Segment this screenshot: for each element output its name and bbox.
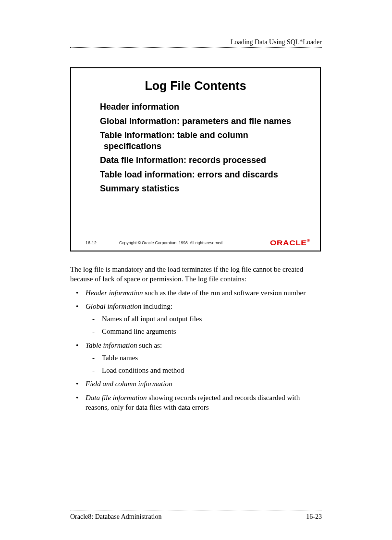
page-header: Loading Data Using SQL*Loader (231, 38, 322, 46)
intro-paragraph: The log file is mandatory and the load t… (70, 264, 321, 284)
list-item-emphasis: Global information (86, 302, 141, 310)
list-item-text: including: (141, 302, 172, 310)
list-item-emphasis: Table information (86, 341, 137, 349)
list-item: Data file information showing records re… (70, 393, 321, 413)
body-text: The log file is mandatory and the load t… (70, 264, 321, 416)
slide-bullet: Header information (100, 101, 306, 113)
oracle-logo: ORACLE® (270, 239, 310, 247)
slide-copyright: Copyright © Oracle Corporation, 1998. Al… (119, 240, 275, 245)
slide-bullet: Global information: parameters and file … (100, 116, 306, 127)
list-item-text: such as the date of the run and software… (143, 289, 306, 297)
list-item-emphasis: Data file information (86, 394, 147, 402)
list-item-emphasis: Field and column information (86, 380, 172, 388)
slide-bullet: Table information: table and column spec… (100, 130, 306, 151)
slide-bullet: Data file information: records processed (100, 155, 306, 166)
footer-right: 16-23 (306, 513, 322, 521)
slide-title: Log File Contents (86, 79, 306, 93)
sublist-item: Names of all input and output files (86, 314, 321, 324)
list-item: Field and column information (70, 379, 321, 389)
slide-bullet: Table load information: errors and disca… (100, 169, 306, 180)
sublist-item: Command line arguments (86, 327, 321, 336)
main-bullets: Header information such as the date of t… (70, 288, 321, 413)
sublist-item: Load conditions and method (86, 365, 321, 375)
sub-bullets: Table names Load conditions and method (86, 353, 321, 376)
slide-page-number: 16-12 (86, 240, 119, 245)
slide-footer: 16-12 Copyright © Oracle Corporation, 19… (86, 239, 310, 247)
list-item-emphasis: Header information (86, 289, 143, 297)
slide-box: Log File Contents Header information Glo… (70, 67, 321, 251)
sublist-item: Table names (86, 353, 321, 363)
slide-bullet: Summary statistics (100, 183, 306, 194)
list-item: Header information such as the date of t… (70, 288, 321, 298)
slide-bullets: Header information Global information: p… (86, 101, 306, 194)
list-item: Table information such as: Table names L… (70, 340, 321, 376)
list-item: Global information including: Names of a… (70, 301, 321, 337)
header-divider (70, 47, 322, 48)
footer-left: Oracle8: Database Administration (70, 513, 162, 521)
footer-divider (70, 511, 322, 511)
sub-bullets: Names of all input and output files Comm… (86, 314, 321, 337)
list-item-text: such as: (137, 341, 162, 349)
